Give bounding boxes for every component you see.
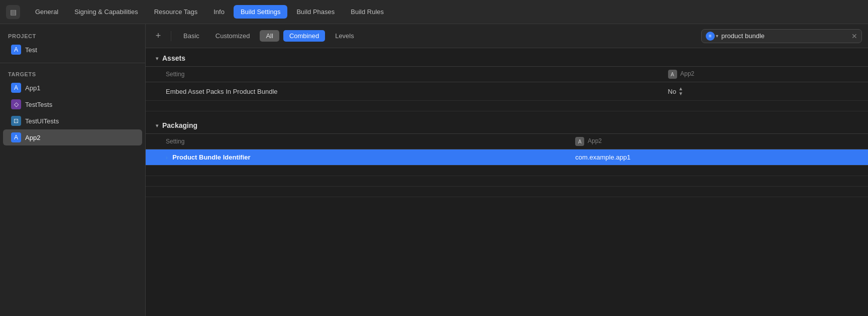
tab-bar: ▤ General Signing & Capabilities Resourc… xyxy=(0,0,868,24)
targets-section-label: TARGETS xyxy=(0,68,145,79)
sidebar-item-testuitests[interactable]: ⊡ TestUITests xyxy=(3,113,142,129)
packaging-setting-col-header: Setting xyxy=(146,134,555,149)
app2-icon: A xyxy=(11,132,21,142)
testtests-label: TestTests xyxy=(25,101,52,108)
assets-target-col-header: A App2 xyxy=(648,67,868,82)
testtests-icon: ◇ xyxy=(11,99,21,109)
packaging-settings-table: Setting A App2 › Product Bun xyxy=(146,134,868,197)
assets-section: ▾ Assets Setting A App2 xyxy=(146,48,868,111)
settings-area: ▾ Assets Setting A App2 xyxy=(146,48,868,316)
empty-cell-3 xyxy=(146,187,868,197)
sidebar-item-app2[interactable]: A App2 xyxy=(3,129,142,145)
filter-customized-button[interactable]: Customized xyxy=(209,30,256,42)
filter-bar: + Basic Customized All Combined Levels ≡… xyxy=(146,24,868,48)
assets-settings-table: Setting A App2 Embed Asset Packs In Prod… xyxy=(146,67,868,111)
content-panel: + Basic Customized All Combined Levels ≡… xyxy=(146,24,868,316)
packaging-section: ▾ Packaging Setting A App2 xyxy=(146,115,868,197)
sidebar-divider xyxy=(0,63,145,63)
tab-build-settings[interactable]: Build Settings xyxy=(234,5,288,19)
filter-basic-button[interactable]: Basic xyxy=(177,30,205,42)
product-bundle-id-value: com.example.app1 xyxy=(555,149,868,166)
empty-cell-2 xyxy=(146,176,868,187)
tab-info[interactable]: Info xyxy=(206,5,232,19)
search-filter-icon: ≡ xyxy=(706,32,715,41)
tab-general[interactable]: General xyxy=(28,5,65,19)
app1-label: App1 xyxy=(25,84,40,92)
add-setting-button[interactable]: + xyxy=(152,30,165,43)
empty-cell-1 xyxy=(146,166,868,176)
search-input[interactable] xyxy=(721,32,848,40)
empty-row xyxy=(146,187,868,197)
testuitests-label: TestUITests xyxy=(25,117,59,125)
embed-asset-setting-value: No ▲ ▼ xyxy=(648,82,868,101)
filter-all-button[interactable]: All xyxy=(260,30,279,42)
testuitests-icon: ⊡ xyxy=(11,116,21,126)
filter-combined-button[interactable]: Combined xyxy=(283,30,325,42)
packaging-section-title: Packaging xyxy=(162,121,197,129)
stepper-arrows[interactable]: ▲ ▼ xyxy=(678,86,683,96)
sidebar-toggle-button[interactable]: ▤ xyxy=(6,5,20,19)
project-section-label: PROJECT xyxy=(0,30,145,41)
search-dropdown-arrow: ▾ xyxy=(716,33,718,39)
sidebar-toggle-icon: ▤ xyxy=(10,8,17,16)
main-area: PROJECT A Test TARGETS A App1 ◇ TestTest… xyxy=(0,24,868,316)
search-icon-area: ≡ ▾ xyxy=(706,32,718,41)
assets-chevron-icon: ▾ xyxy=(156,56,158,61)
test-project-label: Test xyxy=(25,46,37,54)
stepper-value: No ▲ ▼ xyxy=(668,86,848,96)
app1-icon: A xyxy=(11,83,21,93)
sidebar-item-test[interactable]: A Test xyxy=(3,42,142,58)
assets-setting-col-header: Setting xyxy=(146,67,648,82)
sidebar: PROJECT A Test TARGETS A App1 ◇ TestTest… xyxy=(0,24,146,316)
assets-section-header[interactable]: ▾ Assets xyxy=(146,48,868,67)
packaging-target-icon: A xyxy=(575,137,584,146)
product-bundle-id-label: › Product Bundle Identifier xyxy=(146,149,555,166)
tab-resource-tags[interactable]: Resource Tags xyxy=(147,5,204,19)
empty-row xyxy=(146,101,868,111)
sidebar-item-testtests[interactable]: ◇ TestTests xyxy=(3,96,142,112)
assets-section-title: Assets xyxy=(162,54,185,62)
empty-cell xyxy=(146,101,868,111)
filter-divider xyxy=(171,31,171,41)
empty-row xyxy=(146,176,868,187)
search-clear-button[interactable]: ✕ xyxy=(851,32,857,40)
assets-target-icon: A xyxy=(668,70,677,79)
tab-build-rules[interactable]: Build Rules xyxy=(344,5,391,19)
search-container: ≡ ▾ ✕ xyxy=(701,29,862,43)
packaging-chevron-icon: ▾ xyxy=(156,123,158,128)
app2-label: App2 xyxy=(25,134,40,141)
stepper-down-arrow: ▼ xyxy=(678,91,683,96)
table-row[interactable]: Embed Asset Packs In Product Bundle No ▲… xyxy=(146,82,868,101)
empty-row xyxy=(146,166,868,176)
tab-signing[interactable]: Signing & Capabilities xyxy=(67,5,145,19)
packaging-section-header[interactable]: ▾ Packaging xyxy=(146,115,868,134)
filter-levels-button[interactable]: Levels xyxy=(329,30,360,42)
packaging-target-col-header: A App2 xyxy=(555,134,868,149)
row-expander-icon[interactable]: › xyxy=(166,154,168,161)
tab-build-phases[interactable]: Build Phases xyxy=(289,5,342,19)
test-project-icon: A xyxy=(11,45,21,55)
sidebar-item-app1[interactable]: A App1 xyxy=(3,80,142,96)
table-row[interactable]: › Product Bundle Identifier com.example.… xyxy=(146,149,868,166)
embed-asset-setting-label: Embed Asset Packs In Product Bundle xyxy=(146,82,648,101)
